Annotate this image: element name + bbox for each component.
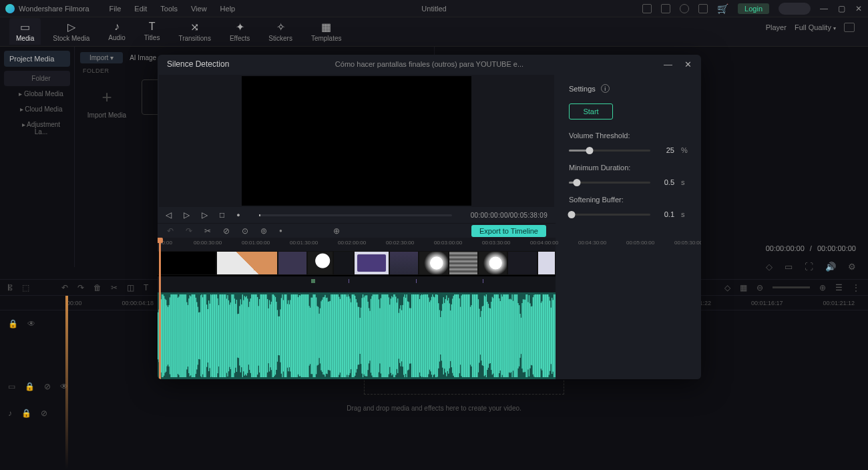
tl-more-icon[interactable]: ⋮ bbox=[852, 283, 860, 292]
tab-media[interactable]: ▭Media bbox=[9, 18, 41, 45]
m-undo-icon[interactable]: ↶ bbox=[167, 226, 174, 236]
cloud-icon[interactable] bbox=[680, 4, 689, 13]
modal-ruler[interactable]: 00:00 00:00:30:00 00:01:00:00 00:01:30:0… bbox=[158, 238, 556, 251]
play-icon[interactable]: ▷ bbox=[202, 210, 208, 220]
lock-icon[interactable]: 🔒 bbox=[8, 319, 18, 328]
softening-buffer-value[interactable]: 0.1 bbox=[657, 210, 674, 218]
snapshot-icon[interactable] bbox=[844, 23, 855, 32]
svg-rect-276 bbox=[431, 297, 432, 375]
display-icon[interactable]: ▭ bbox=[785, 262, 793, 272]
volume-threshold-value[interactable]: 25 bbox=[657, 146, 674, 154]
sidebar-global-media[interactable]: ▸ Global Media bbox=[4, 86, 70, 101]
tab-stock-media[interactable]: ▷Stock Media bbox=[46, 18, 96, 45]
tab-titles[interactable]: TTitles bbox=[138, 18, 167, 45]
svg-rect-289 bbox=[444, 303, 445, 369]
modal-playhead[interactable] bbox=[159, 238, 161, 379]
tl-redo-icon[interactable]: ↷ bbox=[77, 283, 84, 292]
player-quality-dropdown[interactable]: Full Quality ▾ bbox=[795, 23, 836, 31]
screen-icon[interactable] bbox=[642, 4, 652, 13]
track-hide-icon[interactable]: ⊘ bbox=[44, 382, 51, 391]
menu-tools[interactable]: Tools bbox=[160, 5, 178, 13]
audio-mute-icon[interactable]: ⊘ bbox=[41, 409, 47, 418]
info-icon[interactable]: i bbox=[601, 84, 610, 93]
menu-help[interactable]: Help bbox=[220, 5, 236, 13]
minimum-duration-value[interactable]: 0.5 bbox=[657, 178, 674, 186]
record-dot-icon[interactable]: ● bbox=[236, 212, 240, 218]
video-track-icon[interactable]: ▭ bbox=[8, 382, 15, 391]
tl-select-icon[interactable]: ⬚ bbox=[22, 283, 29, 292]
tab-effects[interactable]: ✦Effects bbox=[223, 18, 256, 45]
export-to-timeline-button[interactable]: Export to Timeline bbox=[471, 225, 546, 237]
m-target-icon[interactable]: ⊚ bbox=[260, 226, 267, 236]
modal-minimize-icon[interactable]: — bbox=[664, 59, 672, 69]
m-cut-icon[interactable]: ✂ bbox=[204, 226, 211, 236]
m-search-icon[interactable]: ⊙ bbox=[242, 226, 248, 236]
tl-marker-icon[interactable]: ◇ bbox=[724, 283, 730, 292]
step-back-icon[interactable]: ◁ bbox=[166, 210, 172, 220]
tl-zoom-out-icon[interactable]: ⊖ bbox=[756, 283, 763, 292]
tl-zoom-slider[interactable] bbox=[773, 286, 810, 288]
tl-list-icon[interactable]: ☰ bbox=[835, 283, 843, 292]
settings-icon[interactable]: ⚙ bbox=[848, 262, 856, 272]
tl-delete-icon[interactable]: 🗑 bbox=[93, 283, 101, 292]
tab-transitions[interactable]: ⤨Transitions bbox=[172, 18, 218, 45]
project-media-header[interactable]: Project Media bbox=[4, 51, 70, 67]
svg-rect-207 bbox=[363, 294, 363, 377]
tab-templates[interactable]: ▦Templates bbox=[304, 18, 349, 45]
m-zoom-fit-icon[interactable]: ⊕ bbox=[333, 226, 340, 236]
tl-zoom-in-icon[interactable]: ⊕ bbox=[819, 283, 826, 292]
tl-undo-icon[interactable]: ↶ bbox=[61, 283, 68, 292]
menu-file[interactable]: File bbox=[110, 5, 122, 13]
import-media-slot[interactable]: + Import Media bbox=[80, 79, 134, 126]
minimum-duration-slider[interactable] bbox=[569, 182, 650, 184]
account-pill[interactable] bbox=[779, 3, 811, 15]
apps-icon[interactable] bbox=[698, 4, 708, 13]
volume-threshold-label: Volume Threshold: bbox=[569, 132, 688, 140]
ai-image-button[interactable]: AI Image bbox=[130, 54, 156, 61]
modal-close-icon[interactable]: ✕ bbox=[684, 59, 692, 69]
sidebar-cloud-media[interactable]: ▸ Cloud Media bbox=[4, 101, 70, 117]
import-dropdown[interactable]: Import ▾ bbox=[80, 52, 123, 63]
m-redo-icon[interactable]: ↷ bbox=[186, 226, 192, 236]
softening-buffer-slider[interactable] bbox=[569, 214, 650, 216]
svg-rect-145 bbox=[301, 294, 302, 377]
tl-mixer-icon[interactable]: 𝄡 bbox=[8, 283, 13, 292]
start-button[interactable]: Start bbox=[569, 103, 613, 120]
play-prev-icon[interactable]: ▷ bbox=[184, 210, 190, 220]
svg-rect-138 bbox=[294, 294, 294, 377]
tl-text-icon[interactable]: T bbox=[144, 283, 148, 292]
maximize-icon[interactable]: ▢ bbox=[837, 5, 845, 13]
audio-lock-icon[interactable]: 🔒 bbox=[21, 409, 31, 418]
tab-stickers[interactable]: ✧Stickers bbox=[262, 18, 299, 45]
login-button[interactable]: Login bbox=[738, 3, 769, 14]
track-lock-icon[interactable]: 🔒 bbox=[25, 382, 35, 391]
cart-icon[interactable]: 🛒 bbox=[717, 3, 728, 14]
menu-view[interactable]: View bbox=[191, 5, 207, 13]
tl-grid-icon[interactable]: ▦ bbox=[740, 283, 747, 292]
m-dot-icon[interactable]: ● bbox=[279, 228, 282, 234]
volume-icon[interactable]: 🔊 bbox=[825, 262, 836, 272]
svg-rect-35 bbox=[192, 294, 192, 377]
m-del-icon[interactable]: ⊘ bbox=[223, 226, 230, 236]
marker-icon[interactable]: ◇ bbox=[766, 262, 773, 272]
close-icon[interactable]: ✕ bbox=[855, 5, 863, 13]
minimize-icon[interactable]: — bbox=[820, 5, 828, 13]
svg-rect-46 bbox=[202, 297, 203, 374]
menu-edit[interactable]: Edit bbox=[134, 5, 147, 13]
tab-audio[interactable]: ♪Audio bbox=[101, 18, 132, 45]
mute-icon[interactable]: 👁 bbox=[27, 319, 35, 328]
stop-icon[interactable]: □ bbox=[220, 210, 224, 220]
svg-rect-32 bbox=[188, 298, 189, 373]
volume-threshold-slider[interactable] bbox=[569, 150, 650, 152]
expand-icon[interactable]: ⛶ bbox=[805, 262, 813, 272]
save-icon[interactable] bbox=[661, 4, 670, 13]
sidebar-folder[interactable]: Folder bbox=[4, 71, 70, 86]
sidebar-adjustment-layer[interactable]: ▸ Adjustment La... bbox=[4, 117, 70, 140]
tl-cut-icon[interactable]: ✂ bbox=[111, 283, 118, 292]
modal-waveform[interactable] bbox=[158, 292, 556, 379]
scrub-bar[interactable] bbox=[259, 214, 452, 216]
modal-video-track[interactable] bbox=[158, 251, 556, 292]
audio-track-icon[interactable]: ♪ bbox=[8, 409, 12, 418]
track-eye-icon[interactable]: 👁 bbox=[60, 382, 68, 391]
tl-crop-icon[interactable]: ◫ bbox=[127, 283, 134, 292]
